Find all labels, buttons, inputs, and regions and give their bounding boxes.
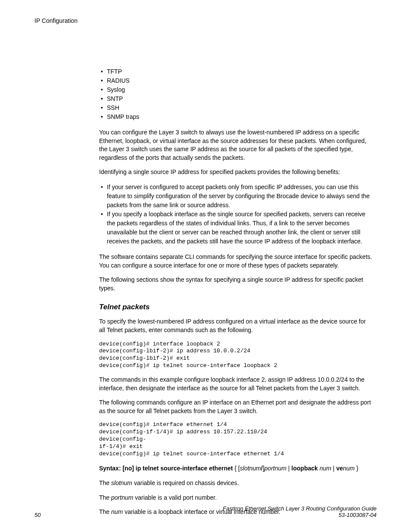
body-paragraph: The following sections show the syntax f… [99,276,372,292]
footer-right: FastIron Ethernet Switch Layer 3 Routing… [223,505,377,518]
body-paragraph: Identifying a single source IP address f… [99,168,372,177]
text: The [99,494,111,501]
list-item: SNMP traps [99,112,372,121]
body-paragraph: The slotnum variable is required on chas… [99,479,372,488]
list-item: If your server is configured to accept p… [99,183,372,210]
guide-title: FastIron Ethernet Switch Layer 3 Routing… [223,505,377,512]
body-paragraph: You can configure the Layer 3 switch to … [99,128,372,162]
list-item: TFTP [99,67,372,76]
benefits-list: If your server is configured to accept p… [99,183,372,246]
body-paragraph: The portnum variable is a valid port num… [99,494,372,502]
body-paragraph: The software contains separate CLI comma… [99,253,372,270]
syntax-prefix: Syntax: [no] ip telnet source-interface … [99,465,233,472]
syntax-keyword: ve [336,465,343,472]
body-paragraph: The commands in this example configure l… [99,376,372,392]
syntax-var: num [320,465,331,472]
list-item: SSH [99,103,372,112]
var-name: portnum [111,494,133,501]
page-header: IP Configuration [34,17,377,24]
syntax-var: portnum [265,465,286,472]
protocol-list: TFTP RADIUS Syslog SNTP SSH SNMP traps [99,67,372,121]
body-paragraph: To specify the lowest-numbered IP addres… [99,317,372,334]
syntax-keyword: loopback [291,465,318,472]
section-heading-telnet: Telnet packets [99,303,372,311]
doc-number: 53-1003087-04 [223,512,377,518]
syntax-text: { [ [233,465,240,472]
page-number: 50 [34,512,40,518]
list-item: Syslog [99,85,372,94]
var-name: slotnum [111,479,132,486]
main-content: TFTP RADIUS Syslog SNTP SSH SNMP traps Y… [99,67,372,516]
syntax-var: slotnum [240,465,261,472]
list-item: SNTP [99,94,372,103]
code-block: device(config)# interface ethernet 1/4 d… [99,421,372,457]
body-paragraph: The following commands configure an IP i… [99,398,372,415]
text: variable is a valid port number. [133,494,217,501]
text: variable is required on chassis devices. [132,479,239,486]
syntax-text: | [286,465,291,472]
syntax-text: | [331,465,336,472]
list-item: If you specify a loopback interface as t… [99,210,372,246]
text: The [99,479,111,486]
syntax-var: num [343,465,355,472]
syntax-text: } [355,465,358,472]
code-block: device(config)# interface loopback 2 dev… [99,341,372,370]
page-footer: 50 FastIron Ethernet Switch Layer 3 Rout… [34,505,377,518]
list-item: RADIUS [99,76,372,85]
syntax-line: Syntax: [no] ip telnet source-interface … [99,464,372,473]
